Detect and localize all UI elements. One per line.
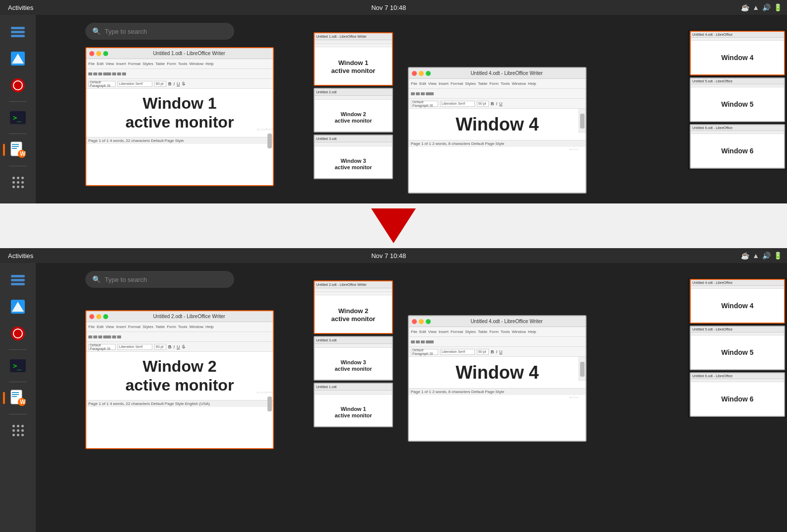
search-bar-bottom[interactable]: 🔍 Type to search [85, 271, 234, 288]
window-content-1: Window 1 active monitor [86, 89, 273, 137]
main-window-1-top[interactable]: Untitled 1.odt - LibreOffice Writer File… [85, 47, 274, 186]
tray-icon-wifi: ▲ [752, 3, 759, 11]
arrow-down-icon [371, 208, 416, 243]
window-4b-content: Window 4 [409, 357, 586, 388]
toolbar-1 [86, 69, 273, 79]
thumb-1-content: Window 1 active monitor [315, 47, 392, 86]
dock-bottom-divider-2 [9, 382, 27, 382]
w4b-font-face[interactable]: Liberation Serif [440, 349, 475, 355]
svg-rect-2 [11, 35, 25, 37]
thumb-b3-titlebar: Untitled 1.odt [315, 384, 392, 391]
dock-item-writer[interactable]: W [6, 138, 30, 162]
right-thumb-5-top[interactable]: Untitled 5.odt - LibreOffice Window 5 [690, 77, 785, 122]
svg-point-23 [14, 330, 22, 337]
thumb-window-2-top[interactable]: Untitled 2.odt Window 2 active monitor [314, 88, 393, 133]
thumb-window-2-bottom[interactable]: Untitled 2.odt - LibreOffice Writer Wind… [314, 280, 393, 334]
thumb-window-1-top[interactable]: Untitled 1.odt - LibreOffice Writer Wind… [314, 32, 393, 86]
thumb-b3-content: Window 1 active monitor [315, 395, 392, 427]
dock-item-apps[interactable] [6, 170, 30, 194]
dock-top: >_ W [0, 15, 36, 203]
window-2-statusbar: Page 1 of 1 4 words, 22 characters Defau… [86, 400, 273, 407]
window-2-title: Untitled 2.odt - LibreOffice Writer [108, 314, 270, 319]
window-4-formatting: Default Paragraph St Liberation Serif 60… [409, 99, 586, 109]
main-window-2-bottom[interactable]: Untitled 2.odt - LibreOffice Writer File… [85, 310, 274, 449]
dock-item-libreoffice[interactable] [6, 47, 30, 70]
right-thumb-4-content: Window 4 [691, 41, 784, 74]
right-thumb-4-bar: Untitled 4.odt - LibreOffice [691, 32, 784, 38]
dock-bottom-libreoffice[interactable] [6, 295, 30, 319]
right-thumb-6-top[interactable]: Untitled 6.odt - LibreOffice Window 6 [690, 124, 785, 169]
window-4-top[interactable]: Untitled 4.odt - LibreOffice Writer File… [408, 67, 587, 194]
right-thumb-5-bottom[interactable]: Untitled 5.odt - LibreOffice Window 5 [690, 326, 785, 370]
tray-bottom-coffee[interactable]: ☕ [741, 252, 749, 260]
thumb-3-content: Window 3 active monitor [315, 146, 392, 179]
top-bar-left: Activities [5, 3, 36, 12]
scrollbar-1[interactable] [266, 129, 273, 130]
dock-bottom-apps[interactable] [6, 418, 30, 442]
w2-scrollbar[interactable] [266, 392, 273, 393]
w4b-font-size[interactable]: 60 pt [477, 349, 489, 355]
thumb-b2-content: Window 3 active monitor [315, 348, 392, 381]
svg-rect-16 [11, 275, 25, 277]
window-2-toolbar [86, 332, 273, 342]
w4b-scrollbar[interactable] [579, 357, 586, 381]
dock-item-terminal[interactable]: >_ [6, 106, 30, 130]
thumb-window-1-bottom[interactable]: Untitled 1.odt Window 1 active monitor [314, 383, 393, 427]
arrow-section [0, 203, 787, 248]
tray-icon-volume[interactable]: 🔊 [762, 3, 771, 11]
svg-rect-18 [11, 283, 25, 285]
w4-font-size[interactable]: 60 pt [477, 101, 489, 107]
w4-font-face[interactable]: Liberation Serif [440, 101, 475, 107]
thumb-b2-titlebar: Untitled 3.odt [315, 337, 392, 344]
thumb-2-content: Window 2 active monitor [315, 100, 392, 133]
top-bar-bottom-right: ☕ ▲ 🔊 🔋 [741, 252, 782, 260]
right-thumb-4-top[interactable]: Untitled 4.odt - LibreOffice Window 4 [690, 31, 785, 75]
svg-rect-27 [12, 392, 19, 393]
w2-font-size[interactable]: 80 pt [154, 344, 166, 350]
right-thumb-5-content: Window 5 [691, 87, 784, 121]
window-4-title: Untitled 4.odt - LibreOffice Writer [431, 70, 583, 76]
tray-bottom-volume[interactable]: 🔊 [762, 252, 771, 260]
dock-bottom-dash[interactable] [6, 268, 30, 292]
top-bar-bottom: Activities Nov 7 10:48 ☕ ▲ 🔊 🔋 [0, 248, 787, 263]
thumb-3-toolbar [315, 142, 392, 146]
window-4-titlebar: Untitled 4.odt - LibreOffice Writer [409, 68, 586, 79]
search-bar-top[interactable]: 🔍 Type to search [85, 23, 234, 40]
tray-icon-coffee[interactable]: ☕ [741, 3, 749, 11]
top-bar-right: ☕ ▲ 🔊 🔋 [741, 3, 782, 11]
top-bar-bottom-datetime: Nov 7 10:48 [371, 252, 406, 260]
dock-item-help[interactable] [6, 73, 30, 97]
window-4-controls [412, 71, 431, 76]
dock-divider-3 [9, 166, 27, 166]
dock-bottom-terminal[interactable]: >_ [6, 354, 30, 378]
svg-rect-17 [11, 279, 25, 281]
activities-button-bottom[interactable]: Activities [5, 251, 36, 261]
w2-font-selector[interactable]: Default Paragraph St [88, 344, 116, 350]
bottom-section: Activities Nov 7 10:48 ☕ ▲ 🔊 🔋 [0, 248, 787, 532]
apps-grid-icon [6, 170, 30, 194]
dock-item-dash[interactable] [6, 20, 30, 44]
thumbnail-column-bottom: Untitled 2.odt - LibreOffice Writer Wind… [314, 280, 393, 427]
w4b-font-selector[interactable]: Default Paragraph St [411, 349, 438, 355]
top-section: Activities Nov 7 10:48 ☕ ▲ 🔊 🔋 [0, 0, 787, 203]
w4-font-selector[interactable]: Default Paragraph St [411, 101, 438, 107]
window-4-bottom[interactable]: Untitled 4.odt - LibreOffice Writer File… [408, 315, 587, 442]
activities-button[interactable]: Activities [5, 3, 36, 12]
font-face-selector[interactable]: Liberation Serif [118, 81, 152, 87]
thumb-window-3-bottom[interactable]: Untitled 3.odt Window 3 active monitor [314, 336, 393, 381]
dock-bottom-help[interactable] [6, 322, 30, 345]
right-thumb-4-bottom[interactable]: Untitled 4.odt - LibreOffice Window 4 [690, 279, 785, 324]
right-thumb-5b-content: Window 5 [691, 335, 784, 369]
thumb-window-3-top[interactable]: Untitled 3.odt Window 3 active monitor [314, 134, 393, 179]
dock-bottom-writer[interactable]: W [6, 386, 30, 410]
window-2-menubar: FileEditViewInsertFormatStylesTableFormT… [86, 322, 273, 332]
font-selector[interactable]: Default Paragraph St [88, 81, 116, 87]
svg-rect-29 [12, 396, 17, 397]
font-size-selector[interactable]: 80 pt [154, 81, 166, 87]
svg-text:W: W [20, 150, 26, 157]
thumb-2-toolbar [315, 96, 392, 100]
w2-font-face[interactable]: Liberation Serif [118, 344, 152, 350]
svg-rect-11 [12, 144, 19, 145]
w4-scrollbar[interactable] [579, 109, 586, 133]
right-thumb-6-bottom[interactable]: Untitled 6.odt - LibreOffice Window 6 [690, 372, 785, 417]
